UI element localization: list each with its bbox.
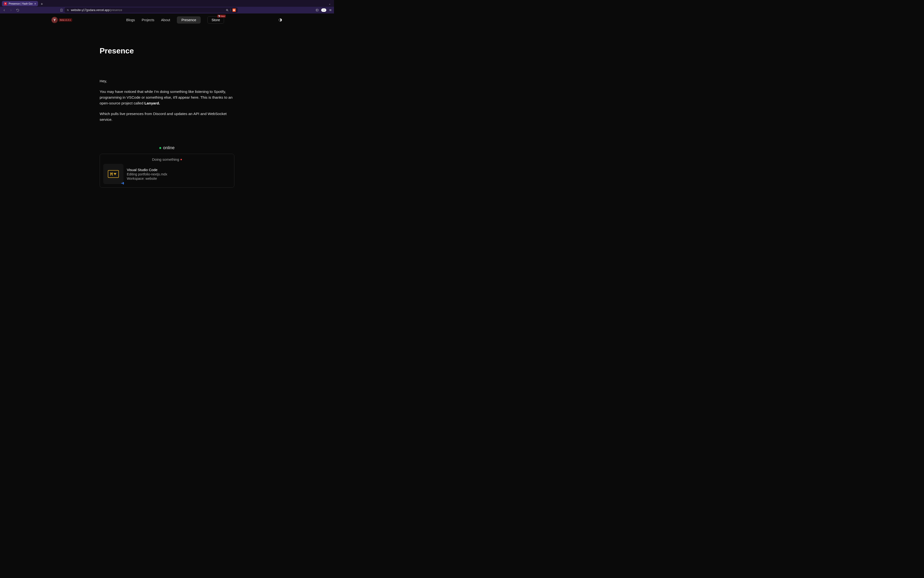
activity-line-1: Editing portfolio-nextjs.mdx	[127, 172, 167, 176]
broadcast-icon: 📡	[218, 15, 221, 17]
paragraph-2: Which pulls live presences from Discord …	[100, 111, 234, 122]
main-content: Presence Hey, You may have noticed that …	[100, 26, 234, 188]
new-badge: 📡 New	[217, 15, 226, 18]
close-icon[interactable]: ×	[34, 2, 36, 5]
activity-title: Visual Studio Code	[127, 168, 167, 172]
browser-tab[interactable]: Y Presence | Yash Godara ×	[2, 1, 38, 6]
nav-presence[interactable]: Presence	[177, 16, 201, 24]
online-status-dot	[159, 147, 161, 149]
card-header: Doing something	[103, 157, 231, 161]
nav-store-label: Store	[211, 18, 220, 22]
tabs-dropdown-icon[interactable]: ⌄	[327, 2, 332, 5]
nav-projects[interactable]: Projects	[142, 16, 154, 23]
site-settings-icon[interactable]	[67, 9, 69, 11]
address-bar[interactable]: website-y17godara.vercel.app/presence	[65, 8, 238, 13]
lanyard-bold: Lanyard.	[145, 101, 160, 105]
intro-hey: Hey,	[100, 78, 234, 84]
svg-line-5	[227, 11, 228, 11]
tab-favicon: Y	[4, 2, 7, 5]
mdx-file-icon: M	[108, 170, 119, 178]
brand-logo[interactable]: Y	[52, 17, 58, 23]
tab-strip: Y Presence | Yash Godara × + ⌄	[0, 0, 334, 7]
url-path: /presence	[109, 8, 122, 12]
sidebar-toggle-icon[interactable]	[315, 9, 319, 11]
browser-toolbar: website-y17godara.vercel.app/presence 👓	[0, 7, 334, 13]
nav-store[interactable]: Store 📡 New	[208, 16, 224, 24]
vpn-pill-icon[interactable]: 👓	[321, 8, 326, 12]
divider	[231, 9, 231, 11]
menu-icon[interactable]	[329, 9, 332, 11]
site-header: Y Beta v1.0.1 Blogs Projects About Prese…	[52, 13, 283, 26]
url-text: website-y17godara.vercel.app/presence	[71, 8, 224, 12]
status-label: online	[163, 145, 174, 150]
vscode-overlay-icon	[121, 182, 124, 185]
beta-badge: Beta v1.0.1	[59, 18, 72, 22]
nav-blogs[interactable]: Blogs	[126, 16, 135, 23]
live-dot-icon	[180, 159, 182, 160]
page-title: Presence	[100, 46, 234, 55]
zoom-icon[interactable]	[226, 9, 229, 12]
paragraph-1-text: You may have noticed that while I'm doin…	[100, 89, 232, 105]
activity-line-2: Workspace: website	[127, 177, 167, 180]
theme-toggle[interactable]	[278, 18, 283, 22]
reload-button[interactable]	[15, 9, 20, 12]
status-row: online	[100, 145, 234, 150]
bookmark-icon[interactable]	[60, 9, 63, 12]
nav-links: Blogs Projects About Presence Store 📡 Ne…	[126, 16, 224, 24]
paragraph-1: You may have noticed that while I'm doin…	[100, 89, 234, 106]
svg-rect-8	[316, 9, 318, 11]
presence-card: Doing something M Visual Studio Code Edi…	[100, 154, 234, 188]
new-tab-button[interactable]: +	[39, 1, 44, 6]
nav-about[interactable]: About	[161, 16, 170, 23]
card-header-text: Doing something	[152, 157, 179, 161]
svg-point-3	[68, 10, 68, 11]
brave-shield-icon[interactable]	[232, 8, 236, 12]
svg-point-2	[67, 10, 68, 10]
activity-icon: M	[103, 164, 123, 184]
url-host: website-y17godara.vercel.app	[71, 8, 109, 12]
forward-button[interactable]	[9, 9, 13, 12]
back-button[interactable]	[2, 9, 6, 12]
new-badge-text: New	[221, 15, 225, 17]
tab-title: Presence | Yash Godara	[9, 2, 32, 5]
